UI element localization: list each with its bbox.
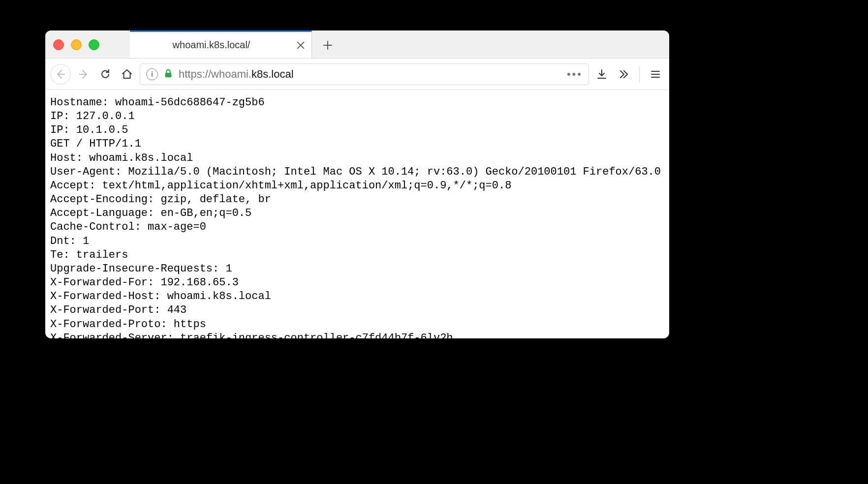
chevron-double-right-icon (618, 68, 629, 80)
info-icon: i (151, 70, 153, 78)
close-icon (295, 40, 306, 51)
fullscreen-window-button[interactable] (89, 39, 99, 50)
hamburger-icon (650, 68, 661, 80)
url-host: k8s.local (251, 68, 294, 80)
home-button[interactable] (118, 64, 136, 84)
svg-rect-0 (165, 73, 172, 77)
tab-bar: whoami.k8s.local/ (45, 30, 669, 59)
tab-title: whoami.k8s.local/ (130, 39, 293, 51)
active-tab[interactable]: whoami.k8s.local/ (130, 30, 312, 58)
overflow-button[interactable] (615, 64, 632, 84)
address-bar[interactable]: i https://whoami.k8s.local ••• (140, 63, 589, 85)
window-controls (53, 39, 99, 50)
home-icon (121, 68, 133, 80)
nav-toolbar: i https://whoami.k8s.local ••• (45, 59, 669, 90)
menu-button[interactable] (647, 64, 664, 84)
page-content: Hostname: whoami-56dc688647-zg5b6 IP: 12… (45, 90, 669, 338)
download-icon (596, 68, 608, 80)
toolbar-separator (639, 66, 640, 83)
new-tab-button[interactable] (319, 36, 337, 54)
lock-icon (163, 68, 174, 81)
back-button[interactable] (50, 64, 71, 85)
url-text: https://whoami.k8s.local (179, 68, 294, 81)
minimize-window-button[interactable] (71, 39, 82, 50)
downloads-button[interactable] (593, 64, 611, 84)
plus-icon (322, 39, 334, 51)
page-actions-button[interactable]: ••• (567, 68, 583, 81)
arrow-right-icon (78, 68, 90, 80)
site-info-button[interactable]: i (146, 68, 158, 80)
url-prefix: https://whoami. (179, 68, 251, 80)
reload-icon (99, 68, 111, 80)
reload-button[interactable] (96, 64, 114, 84)
browser-window: whoami.k8s.local/ i (45, 30, 669, 338)
close-tab-button[interactable] (293, 37, 309, 53)
arrow-left-icon (55, 68, 66, 80)
forward-button[interactable] (75, 64, 93, 84)
close-window-button[interactable] (53, 39, 64, 50)
